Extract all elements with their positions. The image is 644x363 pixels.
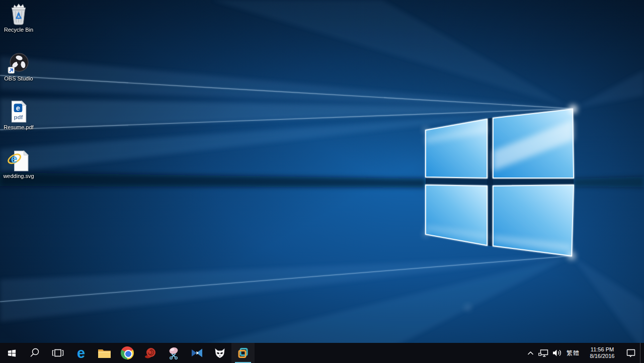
network-button[interactable] <box>536 343 550 363</box>
volume-button[interactable] <box>550 343 564 363</box>
hidden-icons-button[interactable] <box>524 343 536 363</box>
internet-explorer-file-icon: e <box>7 149 30 172</box>
task-view-button[interactable] <box>46 343 69 363</box>
recycle-bin-icon <box>7 3 30 26</box>
edge-button[interactable]: e <box>69 343 93 363</box>
vmware-workstation-icon <box>236 346 250 359</box>
speaker-icon <box>552 349 562 357</box>
chrome-button[interactable] <box>116 343 139 363</box>
language-indicator[interactable]: 繁體 <box>564 343 583 363</box>
action-center-icon <box>626 349 635 357</box>
desktop-icon-wedding-svg[interactable]: e wedding.svg <box>1 149 37 179</box>
clock[interactable]: 11:56 PM 8/16/2016 <box>583 343 622 363</box>
red-spiral-app-icon <box>144 346 157 359</box>
vmware-workstation-button[interactable] <box>231 343 255 363</box>
windows-logo-icon <box>7 348 17 358</box>
desktop-icon-recycle-bin[interactable]: Recycle Bin <box>1 3 37 33</box>
desktop-icon-label: OBS Studio <box>4 75 33 81</box>
pdf-badge-text: pdf <box>14 114 23 120</box>
system-tray: 繁體 11:56 PM 8/16/2016 <box>521 343 644 363</box>
red-spiral-app-button[interactable] <box>139 343 162 363</box>
pink-scissors-app-icon <box>167 346 180 360</box>
desktop-icon-label: wedding.svg <box>3 173 34 179</box>
desktop-icon-obs-studio[interactable]: OBS Studio <box>1 51 37 81</box>
blue-arrows-app-button[interactable] <box>185 343 208 363</box>
file-explorer-button[interactable] <box>93 343 116 363</box>
chrome-icon <box>121 346 134 359</box>
desktop-icon-label: Resume.pdf <box>4 124 33 130</box>
blue-arrows-app-icon <box>190 346 204 359</box>
desktop-icon-label: Recycle Bin <box>4 27 33 33</box>
wallpaper-hero <box>0 0 644 363</box>
search-button[interactable] <box>23 343 46 363</box>
pink-scissors-app-button[interactable] <box>162 343 185 363</box>
action-center-button[interactable] <box>622 343 640 363</box>
pdf-file-icon: e pdf <box>7 100 30 123</box>
taskbar: e <box>0 343 644 363</box>
edge-icon: e <box>77 346 85 360</box>
foobar2000-button[interactable] <box>208 343 231 363</box>
edge-e-glyph: e <box>16 104 20 112</box>
show-desktop-button[interactable] <box>640 343 644 363</box>
search-icon <box>29 347 40 358</box>
foobar2000-icon <box>213 346 226 359</box>
chevron-up-icon <box>527 351 534 355</box>
file-explorer-icon <box>98 348 111 358</box>
obs-studio-icon <box>7 51 30 74</box>
desktop-icon-resume-pdf[interactable]: e pdf Resume.pdf <box>1 100 37 130</box>
windows-desktop: Recycle Bin OBS Studio e <box>0 0 644 363</box>
task-view-icon <box>51 348 64 358</box>
language-text: 繁體 <box>567 349 580 357</box>
taskbar-left: e <box>0 343 255 363</box>
clock-date: 8/16/2016 <box>590 353 615 359</box>
clock-time: 11:56 PM <box>591 346 614 353</box>
ie-e-glyph: e <box>11 152 17 165</box>
start-button[interactable] <box>0 343 23 363</box>
network-icon <box>538 349 548 357</box>
